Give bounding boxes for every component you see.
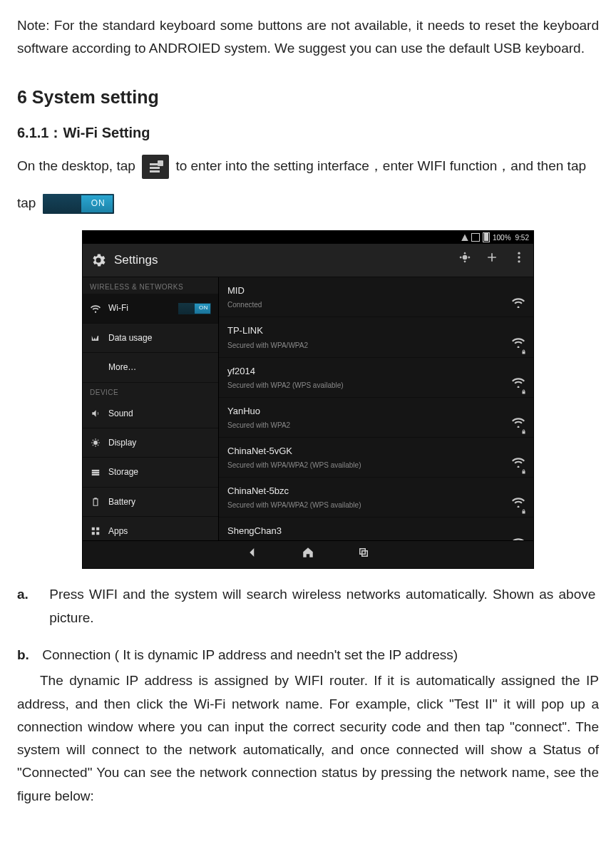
sidebar-item-label: Sound [108, 406, 133, 421]
sidebar: WIRELESS & NETWORKS Wi-Fi Data usage Mor… [83, 277, 219, 540]
title-text: Settings [114, 250, 158, 271]
recents-button[interactable] [357, 543, 370, 566]
sidebar-item-label: Display [108, 436, 136, 450]
network-subtitle: Connected [227, 299, 262, 311]
wifi-signal-icon [512, 412, 525, 422]
network-subtitle: Secured with WPA2 [227, 419, 290, 431]
tap-word: tap [17, 195, 40, 210]
settings-content: WIRELESS & NETWORKS Wi-Fi Data usage Mor… [83, 277, 533, 540]
sidebar-item-battery[interactable]: Battery [83, 488, 218, 517]
network-name: yf2014 [227, 364, 344, 379]
list-item-b: b. Connection ( It is dynamic IP address… [17, 644, 599, 667]
wifi-signal-icon [512, 532, 525, 541]
display-icon [90, 437, 101, 448]
sound-icon [90, 408, 101, 419]
lock-badge-icon [521, 379, 526, 384]
svg-point-0 [518, 252, 520, 254]
wifi-signal-icon [512, 492, 525, 502]
label-a: a. [17, 583, 38, 606]
network-name: TP-LINK [227, 323, 308, 339]
wifi-signal-icon [512, 372, 525, 382]
note-paragraph: Note: For the standard keyboard some but… [17, 14, 599, 61]
sidebar-item-sound[interactable]: Sound [83, 399, 218, 428]
list-item-a: a. Press WIFI and the system will search… [17, 583, 599, 629]
network-list: MIDConnectedTP-LINKSecured with WPA/WPA2… [219, 277, 533, 540]
network-name: ShengChan3 [227, 523, 282, 539]
network-row[interactable]: MIDConnected [219, 277, 533, 317]
svg-rect-9 [92, 532, 95, 535]
network-name: MID [227, 283, 262, 299]
sidebar-item-wifi[interactable]: Wi-Fi [83, 294, 218, 323]
svg-rect-6 [92, 473, 100, 475]
text-a: Press WIFI and the system will search wi… [49, 583, 595, 629]
network-row[interactable]: yf2014Secured with WPA2 (WPS available) [219, 358, 533, 398]
sidebar-item-label: Battery [108, 495, 135, 509]
network-subtitle: Secured with WPA/WPA2 (WPS available) [227, 459, 361, 471]
svg-point-3 [93, 441, 98, 445]
android-nav-bar [83, 540, 533, 568]
network-row[interactable]: ChinaNet-5vGKSecured with WPA/WPA2 (WPS … [219, 438, 533, 478]
sidebar-item-label: Data usage [108, 331, 152, 345]
lock-badge-icon [521, 418, 526, 423]
wifi-on-toggle-image [43, 194, 114, 214]
wifi-signal-icon [512, 452, 525, 462]
overflow-menu-icon[interactable] [512, 249, 526, 272]
wifi-signal-icon [512, 292, 525, 302]
sidebar-item-label: Apps [108, 524, 128, 538]
lock-badge-icon [521, 498, 526, 503]
network-row[interactable]: ShengChan3WPS available [219, 518, 533, 540]
intro-before: On the desktop, tap [17, 158, 139, 173]
svg-point-1 [518, 257, 520, 259]
gear-icon [90, 252, 107, 269]
svg-rect-10 [96, 532, 99, 535]
sidebar-item-display[interactable]: Display [83, 428, 218, 458]
intro-mid: to enter into the setting interface，ente… [175, 158, 586, 173]
battery-icon [90, 496, 101, 508]
svg-rect-4 [92, 469, 100, 470]
title-bar: Settings [83, 244, 533, 277]
svg-rect-5 [92, 471, 100, 473]
sidebar-item-data[interactable]: Data usage [83, 324, 218, 353]
wifi-sidebar-toggle[interactable] [178, 303, 211, 314]
network-subtitle: Secured with WPA/WPA2 [227, 339, 308, 351]
network-name: ChinaNet-5vGK [227, 443, 361, 459]
lock-badge-icon [521, 339, 526, 344]
storage-icon [90, 467, 101, 478]
sidebar-header-device: DEVICE [83, 383, 218, 399]
battery-icon [483, 232, 490, 242]
network-subtitle: Secured with WPA/WPA2 (WPS available) [227, 499, 361, 511]
clock: 9:52 [515, 234, 529, 242]
network-row[interactable]: ChinaNet-5bzcSecured with WPA/WPA2 (WPS … [219, 478, 533, 518]
sidebar-item-storage[interactable]: Storage [83, 458, 218, 487]
status-bar: 100% 9:52 [83, 231, 533, 244]
intro-paragraph: On the desktop, tap to enter into the se… [17, 155, 599, 179]
wifi-status-icon [461, 234, 468, 241]
wifi-icon [90, 303, 101, 314]
add-network-icon[interactable] [485, 249, 499, 272]
sidebar-item-more[interactable]: More… [83, 353, 218, 382]
network-subtitle: Secured with WPA2 (WPS available) [227, 379, 344, 391]
network-name: YanHuo [227, 403, 290, 419]
data-usage-icon [90, 332, 101, 344]
network-name: ChinaNet-5bzc [227, 483, 361, 499]
text-b-body: The dynamic IP address is assigned by WI… [17, 669, 599, 808]
apps-icon [90, 525, 101, 537]
text-b-head: Connection ( It is dynamic IP address an… [42, 647, 458, 662]
back-button[interactable] [246, 543, 259, 566]
sidebar-item-label: Wi-Fi [108, 301, 128, 315]
label-b: b. [17, 644, 38, 667]
svg-rect-8 [96, 528, 99, 530]
svg-point-2 [518, 260, 520, 262]
sidebar-item-apps[interactable]: Apps [83, 517, 218, 540]
svg-rect-7 [92, 528, 95, 530]
network-row[interactable]: TP-LINKSecured with WPA/WPA2 [219, 317, 533, 357]
home-button[interactable] [302, 543, 314, 566]
settings-app-icon [142, 155, 169, 179]
sidebar-item-label: Storage [108, 465, 138, 479]
battery-percent: 100% [493, 234, 511, 242]
network-row[interactable]: YanHuoSecured with WPA2 [219, 398, 533, 438]
fullscreen-icon [471, 233, 480, 242]
sidebar-item-label: More… [108, 360, 136, 374]
lock-badge-icon [521, 458, 526, 463]
wps-icon[interactable] [458, 249, 472, 272]
